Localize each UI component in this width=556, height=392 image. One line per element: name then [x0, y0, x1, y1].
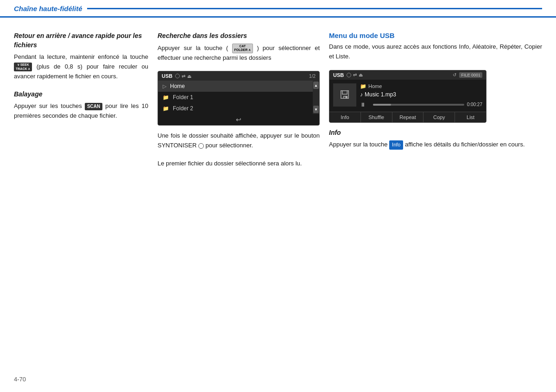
usb2-arrows-icon: ⇄ — [353, 72, 357, 77]
seek-track-button: ∨ SEEK TRACK ∧ — [14, 63, 32, 71]
usb2-eject-icon: ⏏ — [359, 72, 363, 77]
section-info-body: Appuyer sur la touche Info affiche les d… — [329, 140, 542, 150]
section-balayage: Balayage Appuyer sur les touches SCAN po… — [14, 90, 148, 121]
section-recherche-body2: Une fois le dossier souhaité affichée, a… — [158, 131, 320, 151]
usb-row-home: ▷ Home — [158, 81, 319, 92]
usb2-top-bar: USB ⇄ ⏏ ↺ FILE 0001 — [329, 70, 486, 80]
main-content: Retour en arrière / avance rapide pour l… — [0, 18, 556, 186]
col-right: Menu du mode USB Dans ce mode, vous aure… — [329, 32, 542, 177]
scan-button: SCAN — [85, 103, 102, 110]
usb-eject-icon: ⏏ — [187, 74, 191, 79]
section-recherche: Recherche dans les dossiers Appuyer sur … — [158, 32, 320, 63]
usb2-repeat-icon: ↺ — [453, 72, 456, 77]
usb2-menu-info[interactable]: Info — [329, 112, 361, 122]
usb2-menu-repeat[interactable]: Repeat — [392, 112, 424, 122]
usb-screen-middle: USB ⇄ ⏏ 1/2 ▷ Home 📁 — [158, 71, 320, 126]
header-title: Chaîne haute-fidélité — [14, 5, 82, 13]
section-usb-menu-title: Menu du mode USB — [329, 32, 542, 39]
usb-label: USB — [162, 73, 172, 79]
usb2-progress-bar — [373, 104, 464, 106]
cat-folder-button: CAT FOLDER ∧ — [232, 44, 253, 53]
usb-row-folder1: 📁 Folder 1 — [158, 92, 319, 103]
usb-folder1-icon: 📁 — [163, 95, 169, 101]
usb-folder2-label: Folder 2 — [173, 105, 193, 112]
usb2-home-label: Home — [368, 83, 382, 89]
section-retour: Retour en arrière / avance rapide pour l… — [14, 32, 148, 82]
usb-rows-list: ▷ Home 📁 Folder 1 📁 Folder 2 — [158, 81, 319, 114]
usb2-body: 🖫 📁 Home ♪ Music 1.mp3 ⏸ — [329, 80, 486, 112]
usb2-menu-bar: Info Shuffle Repeat Copy List — [329, 112, 486, 122]
usb2-file-badge: FILE 0001 — [459, 72, 482, 78]
usb2-menu-copy[interactable]: Copy — [423, 112, 455, 122]
usb2-progress-area: ⏸ 0:00:27 — [360, 101, 482, 108]
usb-folder2-icon: 📁 — [163, 106, 169, 112]
usb2-label: USB — [333, 72, 344, 78]
usb-screen-top-bar: USB ⇄ ⏏ 1/2 — [158, 71, 319, 81]
usb2-home-row: 📁 Home — [360, 83, 482, 89]
usb2-icons: ⇄ ⏏ — [347, 72, 363, 77]
section-usb-menu: Menu du mode USB Dans ce mode, vous aure… — [329, 32, 542, 62]
usb2-menu-shuffle[interactable]: Shuffle — [361, 112, 392, 122]
syntoniser-button-icon — [198, 143, 204, 149]
section-retour-body: Pendant la lecture, maintenir enfoncé la… — [14, 52, 148, 81]
usb-bottom-row: ↩ — [158, 114, 319, 125]
usb2-info: 📁 Home ♪ Music 1.mp3 ⏸ 0:00:27 — [360, 83, 482, 108]
section-balayage-body: Appuyer sur les touches SCAN pour lire l… — [14, 101, 148, 121]
info-button: Info — [389, 140, 403, 150]
section-balayage-title: Balayage — [14, 90, 148, 99]
section-recherche-body1: Appuyer sur la touche ( CAT FOLDER ∧ ) p… — [158, 44, 320, 63]
usb-row-folder2: 📁 Folder 2 — [158, 103, 319, 114]
usb2-home-folder-icon: 📁 — [360, 83, 366, 89]
footer: 4-70 — [14, 376, 26, 383]
section-recherche-body3: Le premier fichier du dossier sélectionn… — [158, 159, 320, 169]
section-info-title: Info — [329, 128, 542, 138]
usb-scroll-up-button[interactable]: ▲ — [313, 82, 319, 89]
section-recherche-title: Recherche dans les dossiers — [158, 32, 320, 41]
usb-page-num: 1/2 — [309, 74, 316, 79]
col-left: Retour en arrière / avance rapide pour l… — [14, 32, 158, 177]
header-line — [87, 8, 542, 9]
usb2-music-icon: ♪ — [360, 91, 363, 98]
usb-icons: ⇄ ⏏ — [175, 74, 191, 79]
usb2-menu-list[interactable]: List — [455, 112, 486, 122]
usb2-thumb-icon: 🖫 — [339, 89, 350, 101]
section-usb-menu-body: Dans ce mode, vous aurez accès aux fonct… — [329, 42, 542, 62]
usb-screen-right: USB ⇄ ⏏ ↺ FILE 0001 🖫 — [329, 70, 486, 123]
page-number: 4-70 — [14, 376, 26, 383]
usb-folder1-label: Folder 1 — [173, 94, 193, 101]
section-retour-title: Retour en arrière / avance rapide pour l… — [14, 32, 148, 50]
usb-home-folder-icon: ▷ — [163, 83, 166, 89]
usb2-pause-icon: ⏸ — [360, 101, 366, 108]
usb2-filename-row: ♪ Music 1.mp3 — [360, 91, 482, 98]
usb2-filename-label: Music 1.mp3 — [365, 91, 396, 98]
usb-scroll-bar: ▲ ▼ — [313, 81, 319, 114]
usb-screen-body-wrap: ▷ Home 📁 Folder 1 📁 Folder 2 — [158, 81, 319, 114]
header-bar: Chaîne haute-fidélité — [0, 0, 556, 18]
usb-arrows-icon: ⇄ — [182, 74, 185, 79]
usb-circle-icon — [175, 74, 180, 78]
col-middle: Recherche dans les dossiers Appuyer sur … — [158, 32, 329, 177]
usb2-progress-fill — [373, 104, 391, 106]
usb-back-icon: ↩ — [236, 116, 241, 123]
usb-scroll-down-button[interactable]: ▼ — [313, 106, 319, 113]
usb2-thumbnail: 🖫 — [333, 83, 356, 107]
usb-home-label: Home — [170, 83, 185, 89]
section-info: Info Appuyer sur la touche Info affiche … — [329, 128, 542, 150]
usb2-time: 0:00:27 — [467, 102, 482, 107]
usb2-circle-icon — [347, 73, 351, 77]
